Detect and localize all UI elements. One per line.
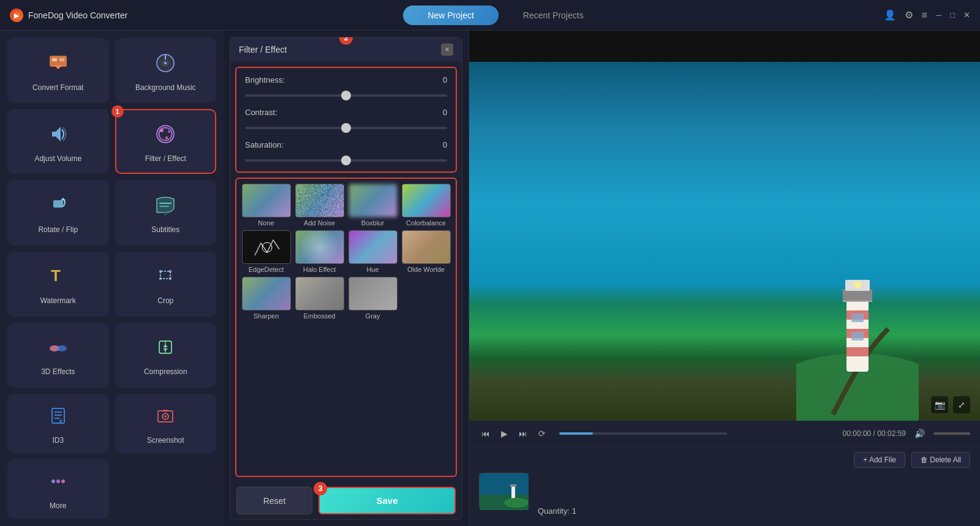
fullscreen-overlay-button[interactable]: ⤢ <box>953 396 970 413</box>
svg-point-13 <box>168 130 170 133</box>
volume-icon[interactable]: 🔊 <box>912 427 927 440</box>
sidebar-item-adjust-volume[interactable]: Adjust Volume <box>7 109 109 174</box>
more-icon <box>47 470 69 497</box>
filter-dialog-close[interactable]: × <box>441 43 453 56</box>
progress-bar-track[interactable] <box>559 432 727 435</box>
maximize-button[interactable]: □ <box>950 10 955 20</box>
svg-point-59 <box>504 498 529 508</box>
sliders-section: Brightness: 0 Contrast: 0 Satura <box>235 67 457 173</box>
filter-effect-badge: 1 <box>111 105 124 118</box>
filter-add-noise[interactable]: Add Noise <box>295 184 344 227</box>
loop-button[interactable]: ⟳ <box>536 427 548 440</box>
time-current: 00:00:00 <box>843 429 872 438</box>
svg-point-41 <box>56 479 60 483</box>
saturation-input[interactable] <box>245 159 447 162</box>
filter-boxblur[interactable]: Boxblur <box>348 184 398 227</box>
filter-hue[interactable]: Hue <box>348 230 398 273</box>
sidebar-item-label-filter-effect: Filter / Effect <box>145 154 186 163</box>
contrast-input[interactable] <box>245 127 447 129</box>
sidebar-item-crop[interactable]: Crop <box>115 252 217 317</box>
titlebar: ▶ FoneDog Video Converter New Project Re… <box>0 0 980 31</box>
sidebar-item-watermark[interactable]: T Watermark <box>7 252 109 317</box>
save-button[interactable]: 3 Save <box>318 487 456 514</box>
sidebar-item-screenshot[interactable]: Screenshot <box>115 394 217 453</box>
filter-grid: None Add Noise Boxblur Col <box>241 184 451 320</box>
center-panel: 2 Filter / Effect × Brightness: 0 Con <box>224 31 469 526</box>
time-total: 00:02:59 <box>877 429 906 438</box>
sidebar-item-compression[interactable]: Compression <box>115 323 217 388</box>
sidebar-item-label-compression: Compression <box>144 367 187 376</box>
sidebar-item-label-screenshot: Screenshot <box>147 436 184 445</box>
sidebar-item-3d-effects[interactable]: 3D Effects <box>7 323 109 388</box>
filter-halo-effect-label: Halo Effect <box>303 266 336 273</box>
tab-recent-projects[interactable]: Recent Projects <box>499 6 608 25</box>
sidebar-item-convert-format[interactable]: Convert Format <box>7 38 109 103</box>
file-list-area: + Add File 🗑 Delete All <box>469 446 980 526</box>
file-items-row: Quantity: 1 <box>479 473 970 516</box>
saturation-slider-row: Saturation: 0 <box>245 140 447 164</box>
reset-button[interactable]: Reset <box>236 487 312 514</box>
close-button[interactable]: ✕ <box>963 10 970 20</box>
menu-icon[interactable]: ≡ <box>922 10 927 21</box>
sidebar-item-subtitles[interactable]: Subtitles <box>115 180 217 245</box>
tab-bar: New Project Recent Projects <box>127 6 883 25</box>
svg-rect-17 <box>159 203 172 204</box>
filter-none[interactable]: None <box>241 184 291 227</box>
sidebar-item-background-music[interactable]: Background Music <box>115 38 217 103</box>
save-label: Save <box>376 495 398 506</box>
titlebar-actions: 👤 ⚙ ≡ ─ □ ✕ <box>884 9 970 21</box>
play-prev-button[interactable]: ⏮ <box>479 427 492 440</box>
volume-bar[interactable] <box>933 432 970 435</box>
crop-icon <box>154 265 176 291</box>
svg-rect-23 <box>169 270 172 272</box>
svg-point-27 <box>57 345 67 351</box>
svg-point-12 <box>160 129 164 132</box>
filter-edgedetect[interactable]: EdgeDetect <box>241 230 291 273</box>
tab-new-project[interactable]: New Project <box>403 6 498 25</box>
svg-point-38 <box>164 415 167 418</box>
sidebar-item-label-id3: ID3 <box>52 436 64 445</box>
filter-boxblur-label: Boxblur <box>361 219 384 227</box>
play-next-button[interactable]: ⏭ <box>516 427 530 440</box>
sidebar-item-filter-effect[interactable]: 1 Filter / Effect <box>115 109 217 174</box>
svg-rect-32 <box>52 408 64 423</box>
sidebar-item-rotate-flip[interactable]: Rotate / Flip <box>7 180 109 245</box>
screenshot-overlay-button[interactable]: 📷 <box>931 396 948 413</box>
id3-icon <box>47 405 69 431</box>
filter-olde-worlde-label: Olde Worlde <box>407 266 445 273</box>
svg-rect-22 <box>159 270 162 272</box>
profile-icon[interactable]: 👤 <box>884 9 896 21</box>
svg-rect-48 <box>846 347 869 356</box>
app-name: FoneDog Video Converter <box>28 10 127 20</box>
sidebar-item-label-subtitles: Subtitles <box>151 225 179 234</box>
svg-rect-18 <box>159 206 169 207</box>
video-preview: 📷 ⤢ <box>469 31 980 421</box>
filter-effect-dialog: 2 Filter / Effect × Brightness: 0 Con <box>230 37 462 520</box>
filter-gray[interactable]: Gray <box>348 277 398 320</box>
sidebar-item-more[interactable]: More <box>7 459 109 519</box>
quantity-text: Quantity: 1 <box>538 506 576 516</box>
filter-sharpen[interactable]: Sharpen <box>241 277 291 320</box>
svg-marker-16 <box>61 198 66 200</box>
svg-rect-5 <box>59 58 64 61</box>
filter-olde-worlde[interactable]: Olde Worlde <box>401 230 451 273</box>
minimize-button[interactable]: ─ <box>936 10 941 20</box>
filter-dialog-badge: 2 <box>339 37 353 45</box>
brightness-input[interactable] <box>245 94 447 97</box>
sidebar-item-label-rotate-flip: Rotate / Flip <box>38 225 78 234</box>
subtitles-icon <box>154 194 176 220</box>
filter-embossed[interactable]: Embossed <box>295 277 344 320</box>
play-button[interactable]: ▶ <box>499 427 510 440</box>
svg-text:T: T <box>51 266 61 285</box>
save-badge: 3 <box>314 482 327 495</box>
filter-colorbalance[interactable]: Colorbalance <box>401 184 451 227</box>
filter-halo-effect[interactable]: Halo Effect <box>295 230 344 273</box>
sidebar-item-id3[interactable]: ID3 <box>7 394 109 453</box>
add-file-button[interactable]: + Add File <box>854 452 905 468</box>
delete-all-button[interactable]: 🗑 Delete All <box>911 452 970 468</box>
file-thumb-image <box>479 473 528 509</box>
svg-point-14 <box>165 136 168 139</box>
settings-icon[interactable]: ⚙ <box>905 9 913 21</box>
file-thumbnail[interactable] <box>479 473 528 509</box>
filter-sharpen-label: Sharpen <box>254 312 279 320</box>
